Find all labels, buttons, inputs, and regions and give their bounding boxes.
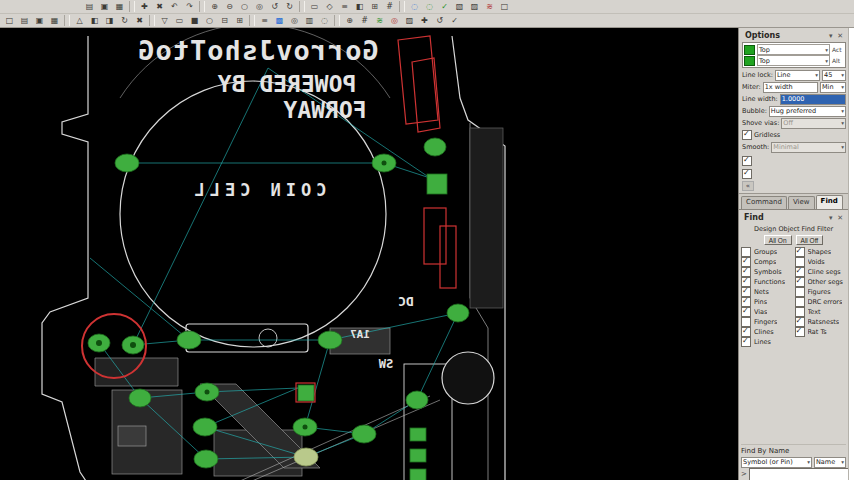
checkbox-icon[interactable] [741,307,751,317]
blank-icon[interactable]: □ [497,0,512,14]
add-icon[interactable]: ✚ [137,0,152,14]
find-filter-item[interactable]: Symbols [741,267,793,277]
close-icon[interactable]: ✕ [837,32,843,40]
find-filter-item[interactable]: Clines [741,327,793,337]
zoom-out-icon[interactable]: ⊖ [222,0,237,14]
pointer-icon[interactable]: ✓ [447,14,462,27]
alternate-subclass-select[interactable]: Top▾ [757,55,830,66]
find-filter-item[interactable]: Cline segs [795,267,847,277]
collapse-panel-button[interactable]: « [742,181,754,191]
pcb-canvas[interactable]: GorrovJshoTtoG POWERED BY FORWAY COIN CE… [0,28,738,480]
redraw-icon[interactable]: ↻ [282,0,297,14]
color-icon[interactable]: ▩ [272,14,287,27]
dimension-icon[interactable]: ⊞ [232,14,247,27]
find-filter-item[interactable]: Ratsnests [795,317,847,327]
panel-tab[interactable]: Find [816,195,843,209]
snap-icon[interactable]: ⊕ [342,14,357,27]
all-on-button[interactable]: All On [764,235,792,245]
line-lock-select[interactable]: Line▾ [775,70,820,81]
circle-icon[interactable]: ○ [202,14,217,27]
zoom-previous-icon[interactable]: ↺ [267,0,282,14]
check-icon[interactable]: ✓ [437,0,452,14]
alternate-layer-swatch[interactable] [744,56,755,66]
void-icon[interactable]: ▨ [402,14,417,27]
checkbox-icon[interactable] [741,337,751,347]
find-name-input[interactable] [749,468,854,480]
ortho-icon[interactable]: # [357,14,372,27]
find-filter-item[interactable]: Shapes [795,247,847,257]
find-filter-item[interactable]: Vias [741,307,793,317]
checkbox-icon[interactable] [795,247,805,257]
measure-icon[interactable]: ⊟ [217,14,232,27]
window-select-icon[interactable]: ▭ [307,0,322,14]
checkbox-icon[interactable] [795,277,805,287]
checkbox-icon[interactable] [795,287,805,297]
grid-toggle-icon[interactable]: # [382,0,397,14]
find-filter-item[interactable]: Voids [795,257,847,267]
print-icon[interactable]: ▦ [47,14,62,27]
delete-element-icon[interactable]: ✖ [132,14,147,27]
find-filter-item[interactable]: Figures [795,287,847,297]
find-filter-item[interactable]: Comps [741,257,793,267]
assign-icon[interactable]: ✚ [417,14,432,27]
open-file-icon[interactable]: ▤ [82,0,97,14]
find-icon[interactable]: ◌ [317,14,332,27]
all-off-button[interactable]: All Off [796,235,824,245]
layer-select-icon[interactable]: ≡ [257,14,272,27]
save-icon[interactable]: ▣ [97,0,112,14]
checkbox-icon[interactable] [795,297,805,307]
zoom-center-icon[interactable]: ◎ [252,0,267,14]
rect-icon[interactable]: ■ [187,14,202,27]
find-filter-item[interactable]: Text [795,307,847,317]
undo-icon[interactable]: ↶ [167,0,182,14]
route-icon[interactable]: ≋ [372,14,387,27]
panel-tab[interactable]: View [788,196,815,209]
find-filter-item[interactable]: Nets [741,287,793,297]
mirror-icon[interactable]: ◨ [102,14,117,27]
miter-value-select[interactable]: 1x width [763,82,818,93]
save-drawing-icon[interactable]: ▣ [32,14,47,27]
checkbox-icon[interactable] [742,156,752,166]
copy-icon[interactable]: ◧ [87,14,102,27]
grid-icon[interactable]: ⊞ [367,0,382,14]
smooth-select[interactable]: Minimal▾ [771,142,846,153]
bubble-select[interactable]: Hug preferred▾ [769,106,846,117]
line-width-field[interactable]: 1.0000 [780,94,846,105]
close-icon[interactable]: ✕ [837,214,843,222]
highlight-icon[interactable]: ◌ [407,0,422,14]
find-filter-item[interactable]: Lines [741,337,793,347]
pin-icon[interactable]: ▾ [829,214,833,222]
hatch-icon[interactable]: ▧ [452,0,467,14]
move-icon[interactable]: △ [72,14,87,27]
pin-icon[interactable]: ▾ [829,32,833,40]
find-filter-item[interactable]: Rat Ts [795,327,847,337]
active-subclass-select[interactable]: Top▾ [757,44,830,55]
line-icon[interactable]: ▭ [172,14,187,27]
line-angle-select[interactable]: 45▾ [822,70,846,81]
find-filter-item[interactable]: Functions [741,277,793,287]
zoom-world-icon[interactable]: ○ [237,0,252,14]
new-icon[interactable]: □ [2,14,17,27]
property-icon[interactable]: ▥ [302,14,317,27]
split-view-icon[interactable]: ◧ [352,0,367,14]
shove-select[interactable]: Off▾ [781,118,846,129]
panel-tab[interactable]: Command [741,196,787,209]
rotate-icon[interactable]: ↻ [117,14,132,27]
find-filter-item[interactable]: Fingers [741,317,793,327]
ripple-icon[interactable]: ≋ [482,0,497,14]
checkbox-icon[interactable] [742,169,752,179]
plot-icon[interactable]: ▦ [112,0,127,14]
miter-min-select[interactable]: Min▾ [820,82,846,93]
checkbox-icon[interactable] [795,327,805,337]
dehighlight-icon[interactable]: ◌ [422,0,437,14]
open-icon[interactable]: ▤ [17,14,32,27]
zoom-in-icon[interactable]: ⊕ [207,0,222,14]
find-filter-item[interactable]: Pins [741,297,793,307]
find-type-select[interactable]: Symbol (or Pin)▾ [741,457,812,468]
shape-icon[interactable]: ◇ [322,0,337,14]
active-layer-swatch[interactable] [744,45,755,55]
redo-icon[interactable]: ↷ [182,0,197,14]
hatch-alt-icon[interactable]: ▨ [467,0,482,14]
find-filter-item[interactable]: Other segs [795,277,847,287]
via-icon[interactable]: ◎ [387,14,402,27]
